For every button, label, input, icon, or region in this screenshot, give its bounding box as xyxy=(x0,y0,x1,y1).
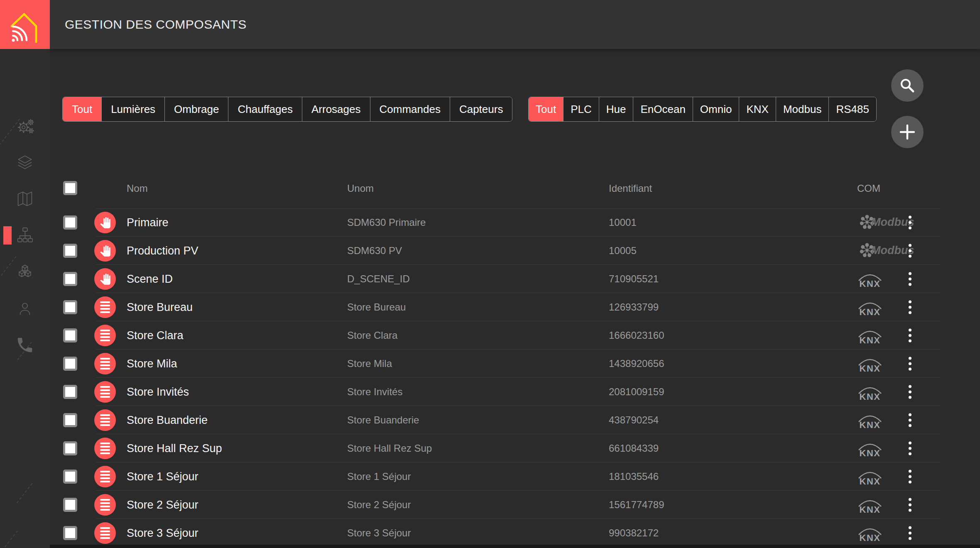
table-row[interactable]: Store Clara Store Clara 1666023160 Modbu… xyxy=(62,321,940,350)
svg-text:KNX: KNX xyxy=(860,363,881,373)
shutter-menu-icon xyxy=(94,296,116,318)
row-name: Production PV xyxy=(127,245,198,257)
table-row[interactable]: Store 3 Séjour Store 3 Séjour 990382172 … xyxy=(62,519,940,547)
table-row[interactable]: Store Invités Store Invités 2081009159 M… xyxy=(62,378,940,406)
table-row[interactable]: Store Hall Rez Sup Store Hall Rez Sup 66… xyxy=(62,434,940,462)
app-logo xyxy=(0,0,50,49)
row-checkbox[interactable] xyxy=(63,244,77,258)
sidebar-item-modules[interactable] xyxy=(0,259,50,284)
table-row[interactable]: Store 1 Séjour Store 1 Séjour 181035546 … xyxy=(62,462,940,491)
row-menu-button[interactable] xyxy=(909,244,911,258)
filter-protocol-option-0[interactable]: Tout xyxy=(529,97,564,121)
filter-category-option-6[interactable]: Capteurs xyxy=(450,97,512,121)
shutter-menu-icon xyxy=(94,522,116,544)
svg-text:KNX: KNX xyxy=(860,279,881,288)
shutter-menu-icon xyxy=(94,381,116,403)
row-checkbox[interactable] xyxy=(63,300,77,314)
filter-protocol-option-1[interactable]: PLC xyxy=(564,97,599,121)
filter-protocol-option-7[interactable]: RS485 xyxy=(829,97,876,121)
filter-protocol-option-5[interactable]: KNX xyxy=(739,97,776,121)
row-checkbox[interactable] xyxy=(63,470,77,484)
row-menu-button[interactable] xyxy=(909,272,911,286)
row-checkbox[interactable] xyxy=(63,526,77,540)
row-menu-button[interactable] xyxy=(909,385,911,399)
row-identifiant: 10005 xyxy=(609,245,637,257)
filter-protocol-option-3[interactable]: EnOcean xyxy=(633,97,693,121)
row-checkbox[interactable] xyxy=(63,357,77,371)
row-checkbox[interactable] xyxy=(63,385,77,399)
svg-text:KNX: KNX xyxy=(860,533,881,542)
sidebar-item-components[interactable] xyxy=(0,223,50,248)
filter-category-option-1[interactable]: Lumières xyxy=(102,97,165,121)
table-row[interactable]: Store Mila Store Mila 1438920656 Modbus xyxy=(62,350,940,378)
row-checkbox[interactable] xyxy=(63,328,77,342)
row-checkbox[interactable] xyxy=(63,215,77,230)
search-button[interactable] xyxy=(891,69,924,102)
filter-protocol-option-6[interactable]: Modbus xyxy=(776,97,829,121)
svg-text:KNX: KNX xyxy=(860,335,881,345)
hand-icon xyxy=(94,240,116,262)
select-all-checkbox[interactable] xyxy=(63,181,77,195)
column-header-unom: Unom xyxy=(347,183,374,194)
row-menu-button[interactable] xyxy=(909,329,911,342)
row-menu-button[interactable] xyxy=(909,526,911,540)
row-identifiant: 990382172 xyxy=(609,527,659,539)
row-identifiant: 710905521 xyxy=(609,273,659,285)
row-menu-button[interactable] xyxy=(909,470,911,484)
bottom-scroll-track[interactable] xyxy=(50,545,980,548)
decorative-dash xyxy=(5,531,18,548)
search-icon xyxy=(898,76,916,95)
filter-protocol-option-2[interactable]: Hue xyxy=(599,97,634,121)
knx-logo: KNX xyxy=(857,411,883,429)
filter-category-option-4[interactable]: Arrosages xyxy=(302,97,370,121)
row-name: Scene ID xyxy=(127,273,173,286)
filter-category-option-3[interactable]: Chauffages xyxy=(228,97,302,121)
row-identifiant: 1666023160 xyxy=(609,330,664,341)
knx-logo: KNX xyxy=(857,298,883,316)
row-unom: Store 3 Séjour xyxy=(347,527,411,539)
table-row[interactable]: Store Bureau Store Bureau 126933799 Modb… xyxy=(62,293,940,321)
table-row[interactable]: Store Buanderie Store Buanderie 43879025… xyxy=(62,406,940,434)
row-checkbox[interactable] xyxy=(63,441,77,455)
row-unom: SDM630 Primaire xyxy=(347,217,426,228)
row-menu-button[interactable] xyxy=(909,498,911,512)
row-unom: Store Bureau xyxy=(347,301,406,313)
row-menu-button[interactable] xyxy=(909,442,911,455)
page-header: GESTION DES COMPOSANTS xyxy=(50,0,980,49)
knx-logo: KNX xyxy=(857,326,883,345)
svg-text:Modbus: Modbus xyxy=(871,244,914,257)
table-row[interactable]: Production PV SDM630 PV 10005 Modbus xyxy=(62,237,940,265)
row-menu-button[interactable] xyxy=(909,301,911,314)
row-menu-button[interactable] xyxy=(909,413,911,427)
svg-text:KNX: KNX xyxy=(860,504,881,514)
sidebar-item-users[interactable] xyxy=(0,296,50,321)
sidebar-item-contact[interactable] xyxy=(0,333,50,357)
svg-text:KNX: KNX xyxy=(860,448,881,457)
row-identifiant: 126933799 xyxy=(609,301,659,313)
column-header-com: COM xyxy=(857,183,880,194)
table-row[interactable]: Primaire SDM630 Primaire 10001 Modbus xyxy=(62,208,940,237)
filter-category-option-0[interactable]: Tout xyxy=(63,97,102,121)
row-name: Store Invités xyxy=(127,386,189,399)
filter-category-option-5[interactable]: Commandes xyxy=(370,97,450,121)
sidebar-item-layers[interactable] xyxy=(0,150,50,175)
row-identifiant: 2081009159 xyxy=(609,386,664,398)
row-checkbox[interactable] xyxy=(63,498,77,512)
column-header-nom: Nom xyxy=(127,183,148,194)
sidebar-item-map[interactable] xyxy=(0,186,50,211)
row-unom: Store 1 Séjour xyxy=(347,471,411,482)
row-checkbox[interactable] xyxy=(63,272,77,286)
filter-category-option-2[interactable]: Ombrage xyxy=(165,97,228,121)
row-checkbox[interactable] xyxy=(63,413,77,427)
table-row[interactable]: Store 2 Séjour Store 2 Séjour 1561774789… xyxy=(62,491,940,519)
row-name: Store Buanderie xyxy=(127,414,208,427)
row-name: Store 3 Séjour xyxy=(127,527,198,540)
row-menu-button[interactable] xyxy=(909,357,911,371)
filter-protocol-option-4[interactable]: Omnio xyxy=(693,97,740,121)
table-row[interactable]: Scene ID D_SCENE_ID 710905521 Modbus xyxy=(62,265,940,293)
row-menu-button[interactable] xyxy=(909,216,911,230)
row-unom: Store Invités xyxy=(347,386,402,398)
add-button[interactable] xyxy=(891,116,924,148)
hand-icon xyxy=(94,212,116,233)
sidebar-item-settings[interactable] xyxy=(0,114,50,139)
